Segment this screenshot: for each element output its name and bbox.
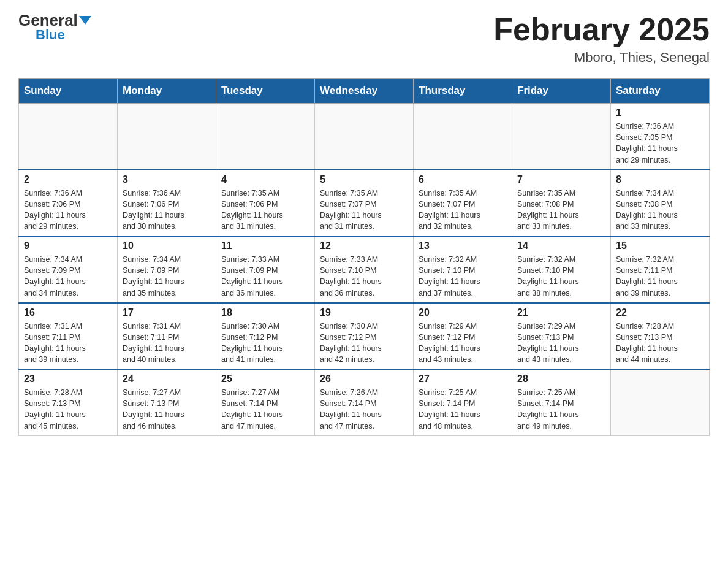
calendar-cell (315, 104, 414, 170)
calendar-cell: 25Sunrise: 7:27 AM Sunset: 7:14 PM Dayli… (216, 369, 315, 435)
calendar-cell: 27Sunrise: 7:25 AM Sunset: 7:14 PM Dayli… (414, 369, 512, 435)
day-info: Sunrise: 7:35 AM Sunset: 7:07 PM Dayligh… (320, 188, 408, 232)
day-info: Sunrise: 7:35 AM Sunset: 7:08 PM Dayligh… (517, 188, 605, 232)
day-number: 15 (616, 240, 704, 251)
day-info: Sunrise: 7:32 AM Sunset: 7:10 PM Dayligh… (517, 254, 605, 299)
calendar-cell (216, 104, 315, 170)
day-number: 21 (517, 307, 605, 318)
calendar-week-row: 1Sunrise: 7:36 AM Sunset: 7:05 PM Daylig… (19, 104, 710, 170)
day-info: Sunrise: 7:36 AM Sunset: 7:06 PM Dayligh… (123, 188, 211, 232)
calendar-cell: 6Sunrise: 7:35 AM Sunset: 7:07 PM Daylig… (414, 170, 512, 237)
calendar-cell: 20Sunrise: 7:29 AM Sunset: 7:12 PM Dayli… (414, 303, 512, 370)
title-block: February 2025 Mboro, Thies, Senegal (493, 12, 710, 66)
calendar-cell: 5Sunrise: 7:35 AM Sunset: 7:07 PM Daylig… (315, 170, 414, 237)
day-number: 2 (24, 174, 112, 185)
calendar-cell: 19Sunrise: 7:30 AM Sunset: 7:12 PM Dayli… (315, 303, 414, 370)
day-number: 18 (221, 307, 309, 318)
calendar-cell: 17Sunrise: 7:31 AM Sunset: 7:11 PM Dayli… (118, 303, 216, 370)
day-number: 4 (221, 174, 309, 185)
calendar-cell: 22Sunrise: 7:28 AM Sunset: 7:13 PM Dayli… (611, 303, 710, 370)
logo-blue-text: Blue (36, 28, 65, 42)
calendar-cell (19, 104, 118, 170)
location-label: Mboro, Thies, Senegal (493, 50, 710, 66)
calendar-cell: 26Sunrise: 7:26 AM Sunset: 7:14 PM Dayli… (315, 369, 414, 435)
day-number: 7 (517, 174, 605, 185)
calendar-cell: 14Sunrise: 7:32 AM Sunset: 7:10 PM Dayli… (512, 236, 611, 303)
weekday-header: Tuesday (216, 79, 315, 104)
day-info: Sunrise: 7:36 AM Sunset: 7:05 PM Dayligh… (616, 121, 704, 166)
day-number: 17 (123, 307, 211, 318)
day-info: Sunrise: 7:35 AM Sunset: 7:07 PM Dayligh… (419, 188, 507, 232)
calendar-cell: 16Sunrise: 7:31 AM Sunset: 7:11 PM Dayli… (19, 303, 118, 370)
day-number: 28 (517, 373, 605, 385)
day-number: 20 (419, 307, 507, 318)
weekday-header: Friday (512, 79, 611, 104)
day-info: Sunrise: 7:30 AM Sunset: 7:12 PM Dayligh… (320, 321, 408, 366)
weekday-header: Sunday (19, 79, 118, 104)
calendar-cell: 3Sunrise: 7:36 AM Sunset: 7:06 PM Daylig… (118, 170, 216, 237)
day-info: Sunrise: 7:31 AM Sunset: 7:11 PM Dayligh… (24, 321, 112, 366)
day-info: Sunrise: 7:34 AM Sunset: 7:08 PM Dayligh… (616, 188, 704, 232)
day-info: Sunrise: 7:28 AM Sunset: 7:13 PM Dayligh… (616, 321, 704, 366)
calendar-cell: 12Sunrise: 7:33 AM Sunset: 7:10 PM Dayli… (315, 236, 414, 303)
calendar-week-row: 23Sunrise: 7:28 AM Sunset: 7:13 PM Dayli… (19, 369, 710, 435)
weekday-header: Monday (118, 79, 216, 104)
calendar-cell: 2Sunrise: 7:36 AM Sunset: 7:06 PM Daylig… (19, 170, 118, 237)
logo-general-text: General (18, 12, 91, 28)
day-info: Sunrise: 7:29 AM Sunset: 7:13 PM Dayligh… (517, 321, 605, 366)
day-info: Sunrise: 7:27 AM Sunset: 7:13 PM Dayligh… (123, 387, 211, 432)
logo: General Blue (18, 12, 91, 42)
day-info: Sunrise: 7:34 AM Sunset: 7:09 PM Dayligh… (123, 254, 211, 299)
weekday-header: Saturday (611, 79, 710, 104)
day-number: 3 (123, 174, 211, 185)
weekday-header: Thursday (414, 79, 512, 104)
day-number: 9 (24, 240, 112, 251)
day-number: 5 (320, 174, 408, 185)
day-number: 14 (517, 240, 605, 251)
calendar-cell: 15Sunrise: 7:32 AM Sunset: 7:11 PM Dayli… (611, 236, 710, 303)
calendar-week-row: 16Sunrise: 7:31 AM Sunset: 7:11 PM Dayli… (19, 303, 710, 370)
day-number: 8 (616, 174, 704, 185)
calendar-week-row: 2Sunrise: 7:36 AM Sunset: 7:06 PM Daylig… (19, 170, 710, 237)
day-number: 10 (123, 240, 211, 251)
calendar-cell (414, 104, 512, 170)
day-info: Sunrise: 7:25 AM Sunset: 7:14 PM Dayligh… (419, 387, 507, 432)
day-info: Sunrise: 7:32 AM Sunset: 7:10 PM Dayligh… (419, 254, 507, 299)
day-info: Sunrise: 7:30 AM Sunset: 7:12 PM Dayligh… (221, 321, 309, 366)
day-info: Sunrise: 7:31 AM Sunset: 7:11 PM Dayligh… (123, 321, 211, 366)
calendar-cell: 11Sunrise: 7:33 AM Sunset: 7:09 PM Dayli… (216, 236, 315, 303)
calendar-cell (512, 104, 611, 170)
weekday-header: Wednesday (315, 79, 414, 104)
day-number: 12 (320, 240, 408, 251)
calendar-cell (611, 369, 710, 435)
page-header: General Blue February 2025 Mboro, Thies,… (18, 12, 710, 66)
day-info: Sunrise: 7:35 AM Sunset: 7:06 PM Dayligh… (221, 188, 309, 232)
calendar-cell: 28Sunrise: 7:25 AM Sunset: 7:14 PM Dayli… (512, 369, 611, 435)
day-number: 24 (123, 373, 211, 385)
calendar-table: SundayMondayTuesdayWednesdayThursdayFrid… (18, 78, 710, 436)
day-number: 6 (419, 174, 507, 185)
calendar-cell (118, 104, 216, 170)
day-info: Sunrise: 7:32 AM Sunset: 7:11 PM Dayligh… (616, 254, 704, 299)
day-number: 13 (419, 240, 507, 251)
weekday-header-row: SundayMondayTuesdayWednesdayThursdayFrid… (19, 79, 710, 104)
day-info: Sunrise: 7:28 AM Sunset: 7:13 PM Dayligh… (24, 387, 112, 432)
calendar-cell: 9Sunrise: 7:34 AM Sunset: 7:09 PM Daylig… (19, 236, 118, 303)
calendar-cell: 21Sunrise: 7:29 AM Sunset: 7:13 PM Dayli… (512, 303, 611, 370)
day-number: 26 (320, 373, 408, 385)
calendar-cell: 13Sunrise: 7:32 AM Sunset: 7:10 PM Dayli… (414, 236, 512, 303)
calendar-cell: 7Sunrise: 7:35 AM Sunset: 7:08 PM Daylig… (512, 170, 611, 237)
day-number: 23 (24, 373, 112, 385)
calendar-cell: 1Sunrise: 7:36 AM Sunset: 7:05 PM Daylig… (611, 104, 710, 170)
day-info: Sunrise: 7:33 AM Sunset: 7:10 PM Dayligh… (320, 254, 408, 299)
calendar-week-row: 9Sunrise: 7:34 AM Sunset: 7:09 PM Daylig… (19, 236, 710, 303)
logo-triangle-icon (79, 16, 91, 25)
day-info: Sunrise: 7:29 AM Sunset: 7:12 PM Dayligh… (419, 321, 507, 366)
day-number: 25 (221, 373, 309, 385)
day-number: 1 (616, 107, 704, 118)
day-number: 22 (616, 307, 704, 318)
calendar-cell: 24Sunrise: 7:27 AM Sunset: 7:13 PM Dayli… (118, 369, 216, 435)
day-info: Sunrise: 7:34 AM Sunset: 7:09 PM Dayligh… (24, 254, 112, 299)
calendar-cell: 23Sunrise: 7:28 AM Sunset: 7:13 PM Dayli… (19, 369, 118, 435)
calendar-cell: 4Sunrise: 7:35 AM Sunset: 7:06 PM Daylig… (216, 170, 315, 237)
